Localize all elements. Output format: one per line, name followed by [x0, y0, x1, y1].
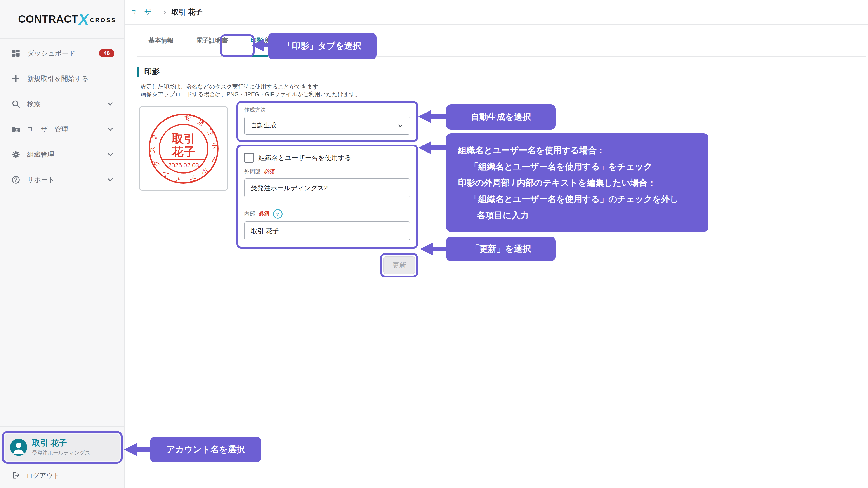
outer-text-input[interactable]	[244, 178, 410, 197]
use-org-user-name-row: 組織名とユーザー名を使用する	[244, 153, 410, 163]
sidebar-item-support[interactable]: サポート	[0, 167, 124, 193]
logout-icon	[12, 471, 21, 480]
inner-field-label: 内部	[244, 210, 255, 218]
chevron-down-icon	[106, 176, 114, 184]
annotation-detail-line: 印影の外周部 / 内部のテキストを編集したい場合：	[458, 175, 697, 191]
sidebar-item-dashboard[interactable]: ダッシュボード 46	[0, 41, 124, 66]
breadcrumb: ユーザー › 取引 花子	[125, 0, 868, 25]
sidebar-item-label: ユーザー管理	[27, 125, 68, 133]
user-avatar-icon	[10, 439, 27, 456]
account-card[interactable]: 取引 花子 受発注ホールディングス	[4, 434, 120, 461]
seal-description-line1: 設定した印影は、署名などのタスク実行時に使用することができます。	[141, 83, 361, 91]
tab-basic-info[interactable]: 基本情報	[137, 25, 185, 57]
seal-description-line2: 画像をアップロードする場合は、PNG・JPEG・GIFファイルがご利用いただけま…	[141, 91, 361, 98]
annotation-detail-line: 各項目に入力	[458, 207, 697, 224]
annotation-detail-line: 「組織名とユーザー名を使用する」のチェックを外し	[458, 191, 697, 207]
chevron-down-icon	[106, 151, 114, 159]
field-gap	[244, 197, 410, 208]
sidebar-item-user-management[interactable]: ユーザー管理	[0, 117, 124, 142]
annotation-update-callout: 「更新」を選択	[446, 237, 556, 261]
sidebar-item-label: 検索	[27, 100, 41, 108]
breadcrumb-separator-icon: ›	[163, 8, 166, 17]
logo-word-contract: CONTRACT	[18, 13, 78, 25]
search-icon	[11, 99, 21, 109]
seal-tab-highlight-outline	[220, 34, 254, 57]
method-select[interactable]: 自動生成	[244, 117, 410, 135]
plus-icon	[11, 74, 21, 84]
account-organization: 受発注ホールディングス	[32, 450, 90, 456]
seal-text-highlight-box: 組織名とユーザー名を使用する 外周部 必須 内部 必須 ?	[237, 144, 418, 249]
update-row: 更新	[237, 253, 418, 278]
section-title-seal: 印影	[137, 66, 160, 77]
app-root: CONTRACTXCROSS ダッシュボード 46 新規取引を開始する	[0, 0, 868, 488]
account-name: 取引 花子	[32, 438, 90, 448]
use-org-user-name-label: 組織名とユーザー名を使用する	[258, 153, 351, 162]
method-highlight-box: 作成方法 自動生成	[237, 101, 418, 142]
sidebar-item-label: サポート	[27, 175, 55, 184]
annotation-method-arrow-icon	[418, 110, 447, 123]
outer-field-label: 外周部	[244, 168, 260, 176]
annotation-account-arrow-icon	[124, 443, 151, 456]
sidebar-item-search[interactable]: 検索	[0, 91, 124, 117]
logout-button[interactable]: ログアウト	[12, 471, 124, 480]
method-select-value: 自動生成	[251, 122, 276, 130]
sidebar-item-label: 新規取引を開始する	[27, 74, 89, 83]
seal-inner-line1: 取引	[171, 132, 195, 145]
inner-help-icon[interactable]: ?	[273, 209, 283, 219]
select-chevron-icon	[397, 122, 404, 129]
contract-x-cross-logo: CONTRACTXCROSS	[18, 11, 116, 27]
logo-area: CONTRACTXCROSS	[0, 0, 124, 39]
logout-label: ログアウト	[26, 471, 60, 480]
use-org-user-name-checkbox[interactable]	[244, 153, 254, 163]
inner-text-input[interactable]	[244, 221, 410, 240]
annotation-update-arrow-icon	[420, 242, 447, 255]
annotation-tab-arrow-icon	[251, 39, 270, 52]
sidebar: CONTRACTXCROSS ダッシュボード 46 新規取引を開始する	[0, 0, 125, 488]
dashboard-count-badge: 46	[99, 49, 114, 58]
account-text: 取引 花子 受発注ホールディングス	[32, 438, 90, 456]
breadcrumb-current-user: 取引 花子	[172, 7, 203, 17]
annotation-detail-line: 組織名とユーザー名を使用する場合：	[458, 142, 697, 159]
logo-word-cross: CROSS	[90, 17, 116, 24]
logo-x-mark: X	[78, 11, 90, 27]
annotation-method-callout: 自動生成を選択	[446, 104, 556, 130]
section-title-text: 印影	[144, 66, 160, 77]
seal-form: 作成方法 自動生成 組織名とユーザー名を使用する 外周部 必須	[237, 101, 418, 278]
seal-date: 2026.02.03	[168, 162, 199, 168]
section-title-accent-bar	[137, 67, 139, 76]
update-button[interactable]: 更新	[383, 256, 415, 274]
chevron-down-icon	[106, 125, 114, 133]
sidebar-item-organization-management[interactable]: 組織管理	[0, 142, 124, 167]
dashboard-grid-icon	[11, 48, 21, 58]
sidebar-item-label: 組織管理	[27, 150, 54, 159]
help-circle-icon	[11, 175, 21, 185]
outer-required-badge: 必須	[264, 168, 275, 176]
seal-stamp-image: 受発注ホールディングス2 取引 花子 2026.02.03	[147, 112, 220, 185]
sidebar-item-new-transaction[interactable]: 新規取引を開始する	[0, 66, 124, 91]
update-highlight-box: 更新	[380, 253, 418, 278]
sidebar-bottom: 取引 花子 受発注ホールディングス ログアウト	[0, 426, 124, 488]
method-label: 作成方法	[244, 106, 410, 114]
sidebar-item-label: ダッシュボード	[27, 49, 75, 58]
annotation-detail-callout: 組織名とユーザー名を使用する場合： 「組織名とユーザー名を使用する」をチェック …	[446, 133, 708, 232]
inner-required-badge: 必須	[258, 210, 270, 218]
annotation-detail-line: 「組織名とユーザー名を使用する」をチェック	[458, 159, 697, 175]
annotation-tab-callout: 「印影」タブを選択	[268, 33, 377, 59]
sidebar-menu: ダッシュボード 46 新規取引を開始する 検索	[0, 39, 124, 193]
chevron-down-icon	[106, 100, 114, 108]
annotation-detail-arrow-icon	[418, 141, 447, 154]
gear-icon	[11, 150, 21, 160]
seal-description: 設定した印影は、署名などのタスク実行時に使用することができます。 画像をアップロ…	[141, 83, 361, 98]
seal-inner-line2: 花子	[171, 145, 195, 158]
seal-preview-card: 受発注ホールディングス2 取引 花子 2026.02.03	[139, 106, 228, 191]
account-highlight-outline: 取引 花子 受発注ホールディングス	[2, 431, 123, 464]
user-folder-icon	[11, 124, 21, 134]
outer-label-row: 外周部 必須	[244, 168, 410, 176]
annotation-account-callout: アカウント名を選択	[150, 437, 261, 462]
inner-label-row: 内部 必須 ?	[244, 209, 410, 219]
breadcrumb-link-users[interactable]: ユーザー	[131, 8, 158, 17]
